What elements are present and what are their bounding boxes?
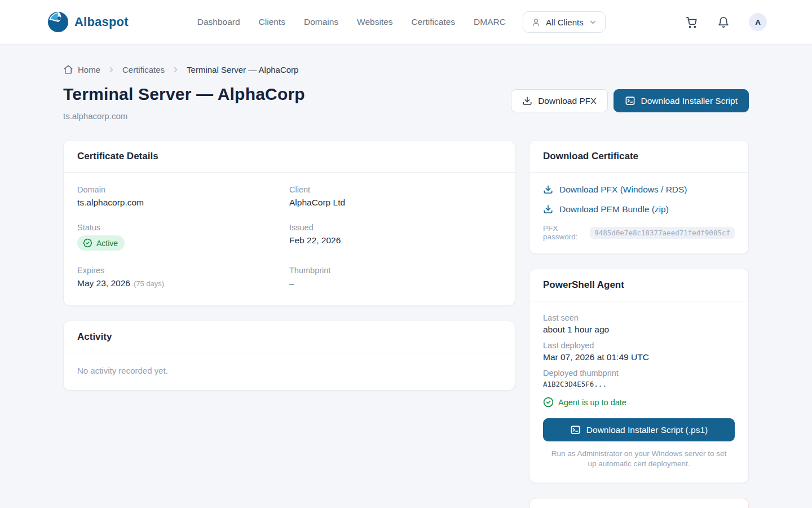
agent-helper-text: Run as Administrator on your Windows ser… <box>543 449 735 469</box>
agent-deployed-thumbprint: Deployed thumbprint A1B2C3D4E5F6... <box>543 369 735 388</box>
cart-icon <box>685 16 698 29</box>
expires-days-note: (75 days) <box>134 279 164 288</box>
field-value: AlphaCorp Ltd <box>289 198 501 208</box>
main-nav: Dashboard Clients Domains Websites Certi… <box>197 17 506 27</box>
field-value: about 1 hour ago <box>543 325 735 335</box>
field-domain: Domain ts.alphacorp.com <box>77 185 289 208</box>
left-column: Certificate Details Domain ts.alphacorp.… <box>63 140 515 391</box>
nav-item-domains[interactable]: Domains <box>304 17 338 27</box>
right-column: Download Certificate Download PFX (Windo… <box>529 140 749 508</box>
field-label: Status <box>77 223 289 232</box>
download-installer-script-button[interactable]: Download Installer Script <box>614 89 749 112</box>
certificate-details-card: Certificate Details Domain ts.alphacorp.… <box>63 140 515 306</box>
status-badge: Active <box>77 235 125 251</box>
powershell-agent-body: Last seen about 1 hour ago Last deployed… <box>529 301 748 483</box>
page-header-row: Terminal Server — AlphaCorp ts.alphacorp… <box>63 85 749 121</box>
download-pem-link-label: Download PEM Bundle (zip) <box>559 204 669 214</box>
agent-last-deployed: Last deployed Mar 07, 2026 at 01:49 UTC <box>543 341 735 362</box>
notifications-button[interactable] <box>717 16 730 28</box>
powershell-agent-card: PowerShell Agent Last seen about 1 hour … <box>529 269 749 483</box>
badge-check-icon <box>83 238 92 248</box>
field-thumbprint: Thumbprint – <box>289 266 501 288</box>
brand-name: Albaspot <box>74 15 129 29</box>
breadcrumb-current: Terminal Server — AlphaCorp <box>187 65 298 75</box>
user-avatar[interactable]: A <box>749 13 767 31</box>
albaspot-logo-icon <box>47 11 69 33</box>
download-installer-label: Download Installer Script <box>641 96 738 106</box>
top-navigation-bar: Albaspot Dashboard Clients Domains Websi… <box>0 0 812 45</box>
field-expires: Expires May 23, 2026(75 days) <box>77 266 289 288</box>
field-label: Last seen <box>543 313 735 322</box>
circle-check-icon <box>543 397 554 408</box>
pfx-password-label: PFX password: <box>543 224 586 241</box>
client-selector-dropdown[interactable]: All Clients <box>523 11 606 33</box>
nav-item-dashboard[interactable]: Dashboard <box>197 17 240 27</box>
field-issued: Issued Feb 22, 2026 <box>289 223 501 251</box>
field-label: Thumbprint <box>289 266 501 275</box>
field-value: Mar 07, 2026 at 01:49 UTC <box>543 352 735 362</box>
page-content: Home Certificates Terminal Server — Alph… <box>63 64 749 508</box>
field-label: Client <box>289 185 501 194</box>
download-certificate-title: Download Certificate <box>529 141 748 173</box>
field-value: A1B2C3D4E5F6... <box>543 380 735 388</box>
bell-icon <box>717 16 730 28</box>
field-value: Feb 22, 2026 <box>289 235 501 246</box>
page-actions: Download PFX Download Installer Script <box>511 89 749 112</box>
field-label: Issued <box>289 223 501 232</box>
download-certificate-body: Download PFX (Windows / RDS) Download PE… <box>529 173 748 253</box>
nav-item-certificates[interactable]: Certificates <box>412 17 456 27</box>
chevron-down-icon <box>589 18 597 27</box>
powershell-agent-title: PowerShell Agent <box>529 269 748 301</box>
breadcrumb: Home Certificates Terminal Server — Alph… <box>63 64 749 75</box>
terminal-icon <box>570 424 581 435</box>
content-grid: Certificate Details Domain ts.alphacorp.… <box>63 140 749 508</box>
field-status: Status Active <box>77 223 289 251</box>
download-installer-ps1-label: Download Installer Script (.ps1) <box>586 425 708 435</box>
download-pfx-link[interactable]: Download PFX (Windows / RDS) <box>543 185 735 195</box>
download-pfx-button[interactable]: Download PFX <box>511 89 607 112</box>
home-icon <box>63 64 73 75</box>
cart-button[interactable] <box>685 16 698 29</box>
field-client: Client AlphaCorp Ltd <box>289 185 501 208</box>
danger-zone-title: Danger Zone <box>529 498 748 508</box>
download-icon <box>543 204 553 214</box>
agent-last-seen: Last seen about 1 hour ago <box>543 313 735 335</box>
certificate-details-body: Domain ts.alphacorp.com Client AlphaCorp… <box>64 173 515 305</box>
brand-logo[interactable]: Albaspot <box>47 11 129 33</box>
field-label: Expires <box>77 266 289 275</box>
nav-item-websites[interactable]: Websites <box>357 17 392 27</box>
nav-item-dmarc[interactable]: DMARC <box>474 17 506 27</box>
page-subtitle: ts.alphacorp.com <box>63 111 305 121</box>
page-title: Terminal Server — AlphaCorp <box>63 85 305 104</box>
download-pem-link[interactable]: Download PEM Bundle (zip) <box>543 204 735 214</box>
danger-zone-card: Danger Zone <box>529 498 749 508</box>
download-pfx-link-label: Download PFX (Windows / RDS) <box>559 185 687 195</box>
pfx-password-row: PFX password: 9485d0e7e8c18377aeed71fedf… <box>543 224 735 241</box>
breadcrumb-home[interactable]: Home <box>63 64 100 75</box>
download-pfx-label: Download PFX <box>538 96 596 106</box>
download-icon <box>522 96 532 106</box>
field-value: – <box>289 278 501 288</box>
status-badge-label: Active <box>96 239 118 248</box>
agent-status-text: Agent is up to date <box>558 398 626 407</box>
expires-date: May 23, 2026 <box>77 278 130 288</box>
client-selector-value: All Clients <box>546 17 584 27</box>
certificate-details-title: Certificate Details <box>64 141 515 173</box>
activity-card: Activity No activity recorded yet. <box>63 321 515 391</box>
user-icon <box>531 17 541 27</box>
agent-status-row: Agent is up to date <box>543 397 735 408</box>
field-label: Deployed thumbprint <box>543 369 735 378</box>
pfx-password-value: 9485d0e7e8c18377aeed71fedf9085cf <box>590 227 735 239</box>
field-value: ts.alphacorp.com <box>77 198 289 208</box>
nav-item-clients[interactable]: Clients <box>259 17 285 27</box>
field-label: Domain <box>77 185 289 194</box>
activity-title: Activity <box>64 321 515 353</box>
download-icon <box>543 185 553 195</box>
field-value: May 23, 2026(75 days) <box>77 278 289 288</box>
breadcrumb-home-label: Home <box>78 65 100 75</box>
topbar-icon-group: A <box>685 13 767 31</box>
download-certificate-card: Download Certificate Download PFX (Windo… <box>529 140 749 254</box>
activity-empty-state: No activity recorded yet. <box>64 353 515 390</box>
breadcrumb-certificates[interactable]: Certificates <box>122 65 165 75</box>
download-installer-ps1-button[interactable]: Download Installer Script (.ps1) <box>543 418 735 441</box>
